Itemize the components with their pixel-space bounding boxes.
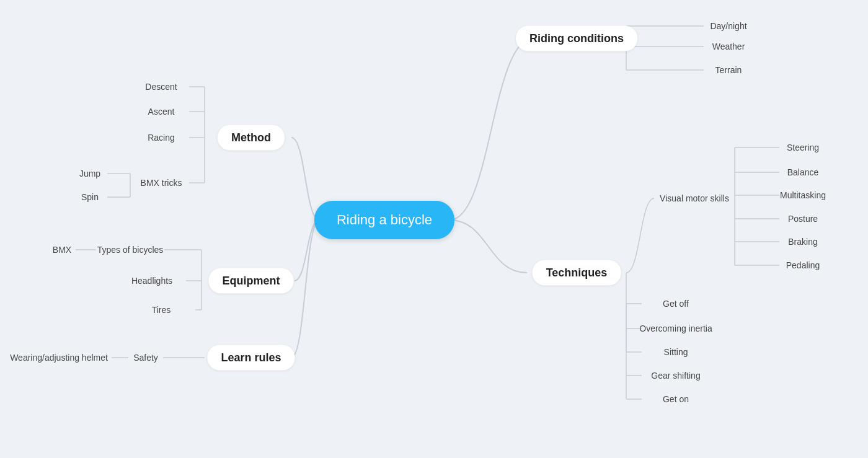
node-braking: Braking (788, 237, 817, 247)
node-method: Method (218, 125, 285, 151)
node-gear-shifting: Gear shifting (651, 371, 700, 381)
node-visual-motor: Visual motor skills (660, 193, 729, 203)
techniques-label: Techniques (546, 266, 608, 279)
method-label: Method (231, 131, 271, 144)
node-get-off: Get off (663, 299, 689, 309)
node-racing: Racing (148, 133, 175, 143)
node-posture: Posture (788, 214, 818, 224)
node-riding-conditions: Riding conditions (516, 26, 637, 51)
node-types: Types of bicycles (97, 245, 164, 255)
node-descent: Descent (145, 82, 177, 92)
node-safety: Safety (133, 353, 158, 363)
node-multitasking: Multitasking (780, 190, 826, 200)
node-learn-rules: Learn rules (207, 345, 294, 371)
learn-rules-label: Learn rules (221, 351, 281, 364)
node-steering: Steering (787, 143, 819, 152)
node-pedaling: Pedaling (786, 260, 820, 270)
node-bmx-tricks: BMX tricks (141, 178, 182, 188)
node-jump: Jump (79, 169, 100, 178)
node-bmx: BMX (53, 245, 71, 255)
node-ascent: Ascent (148, 107, 175, 117)
node-equipment: Equipment (209, 268, 294, 294)
node-sitting: Sitting (664, 347, 688, 357)
node-get-on: Get on (663, 394, 689, 404)
node-day-night: Day/night (710, 21, 746, 31)
node-wearing-helmet: Wearing/adjusting helmet (10, 353, 108, 363)
node-overcoming: Overcoming inertia (639, 324, 712, 333)
node-tires: Tires (152, 305, 171, 315)
center-node: Riding a bicycle (314, 201, 454, 239)
node-balance: Balance (787, 167, 819, 177)
center-label: Riding a bicycle (337, 212, 432, 227)
riding-conditions-label: Riding conditions (529, 32, 624, 45)
equipment-label: Equipment (223, 275, 280, 287)
node-weather: Weather (712, 42, 745, 51)
node-techniques: Techniques (533, 260, 621, 286)
node-headlights: Headlights (131, 276, 172, 286)
node-terrain: Terrain (715, 65, 742, 75)
node-spin: Spin (81, 192, 99, 202)
